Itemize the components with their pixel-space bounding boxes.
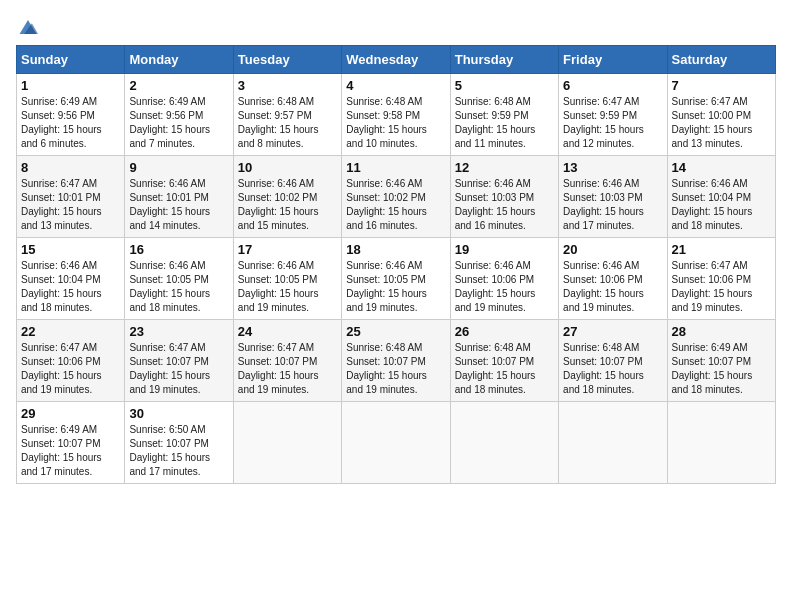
calendar-cell: 19 Sunrise: 6:46 AM Sunset: 10:06 PM Day… [450,238,558,320]
calendar-cell: 15 Sunrise: 6:46 AM Sunset: 10:04 PM Day… [17,238,125,320]
col-wednesday: Wednesday [342,46,450,74]
col-monday: Monday [125,46,233,74]
col-saturday: Saturday [667,46,775,74]
calendar-cell: 8 Sunrise: 6:47 AM Sunset: 10:01 PM Dayl… [17,156,125,238]
calendar-cell: 29 Sunrise: 6:49 AM Sunset: 10:07 PM Day… [17,402,125,484]
day-info: Sunrise: 6:49 AM Sunset: 9:56 PM Dayligh… [21,95,120,151]
day-info: Sunrise: 6:49 AM Sunset: 10:07 PM Daylig… [21,423,120,479]
calendar-row: 29 Sunrise: 6:49 AM Sunset: 10:07 PM Day… [17,402,776,484]
day-number: 10 [238,160,337,175]
day-number: 24 [238,324,337,339]
day-number: 6 [563,78,662,93]
day-number: 16 [129,242,228,257]
day-number: 20 [563,242,662,257]
day-info: Sunrise: 6:47 AM Sunset: 10:07 PM Daylig… [238,341,337,397]
calendar-cell: 3 Sunrise: 6:48 AM Sunset: 9:57 PM Dayli… [233,74,341,156]
day-info: Sunrise: 6:48 AM Sunset: 9:57 PM Dayligh… [238,95,337,151]
day-info: Sunrise: 6:46 AM Sunset: 10:02 PM Daylig… [238,177,337,233]
day-number: 14 [672,160,771,175]
calendar-row: 8 Sunrise: 6:47 AM Sunset: 10:01 PM Dayl… [17,156,776,238]
calendar-cell: 12 Sunrise: 6:46 AM Sunset: 10:03 PM Day… [450,156,558,238]
calendar-cell: 26 Sunrise: 6:48 AM Sunset: 10:07 PM Day… [450,320,558,402]
calendar-cell: 25 Sunrise: 6:48 AM Sunset: 10:07 PM Day… [342,320,450,402]
day-number: 18 [346,242,445,257]
col-friday: Friday [559,46,667,74]
day-number: 28 [672,324,771,339]
day-info: Sunrise: 6:46 AM Sunset: 10:03 PM Daylig… [563,177,662,233]
day-number: 4 [346,78,445,93]
calendar-cell: 23 Sunrise: 6:47 AM Sunset: 10:07 PM Day… [125,320,233,402]
day-info: Sunrise: 6:46 AM Sunset: 10:05 PM Daylig… [129,259,228,315]
calendar-cell: 30 Sunrise: 6:50 AM Sunset: 10:07 PM Day… [125,402,233,484]
day-number: 9 [129,160,228,175]
day-number: 27 [563,324,662,339]
day-number: 29 [21,406,120,421]
calendar-cell [450,402,558,484]
calendar-cell: 10 Sunrise: 6:46 AM Sunset: 10:02 PM Day… [233,156,341,238]
calendar-cell: 11 Sunrise: 6:46 AM Sunset: 10:02 PM Day… [342,156,450,238]
day-number: 19 [455,242,554,257]
day-info: Sunrise: 6:46 AM Sunset: 10:04 PM Daylig… [21,259,120,315]
day-info: Sunrise: 6:50 AM Sunset: 10:07 PM Daylig… [129,423,228,479]
logo-icon [16,17,40,37]
calendar-cell: 14 Sunrise: 6:46 AM Sunset: 10:04 PM Day… [667,156,775,238]
day-info: Sunrise: 6:47 AM Sunset: 10:07 PM Daylig… [129,341,228,397]
day-info: Sunrise: 6:46 AM Sunset: 10:05 PM Daylig… [238,259,337,315]
day-info: Sunrise: 6:47 AM Sunset: 10:06 PM Daylig… [21,341,120,397]
calendar-header-row: Sunday Monday Tuesday Wednesday Thursday… [17,46,776,74]
calendar-cell: 20 Sunrise: 6:46 AM Sunset: 10:06 PM Day… [559,238,667,320]
day-number: 7 [672,78,771,93]
day-info: Sunrise: 6:48 AM Sunset: 10:07 PM Daylig… [563,341,662,397]
day-number: 3 [238,78,337,93]
calendar-cell: 28 Sunrise: 6:49 AM Sunset: 10:07 PM Day… [667,320,775,402]
day-number: 23 [129,324,228,339]
calendar-row: 22 Sunrise: 6:47 AM Sunset: 10:06 PM Day… [17,320,776,402]
calendar-cell: 4 Sunrise: 6:48 AM Sunset: 9:58 PM Dayli… [342,74,450,156]
col-tuesday: Tuesday [233,46,341,74]
day-info: Sunrise: 6:46 AM Sunset: 10:06 PM Daylig… [455,259,554,315]
calendar-cell: 5 Sunrise: 6:48 AM Sunset: 9:59 PM Dayli… [450,74,558,156]
day-info: Sunrise: 6:47 AM Sunset: 10:01 PM Daylig… [21,177,120,233]
calendar-cell: 21 Sunrise: 6:47 AM Sunset: 10:06 PM Day… [667,238,775,320]
calendar-cell: 9 Sunrise: 6:46 AM Sunset: 10:01 PM Dayl… [125,156,233,238]
calendar-cell: 22 Sunrise: 6:47 AM Sunset: 10:06 PM Day… [17,320,125,402]
day-info: Sunrise: 6:46 AM Sunset: 10:04 PM Daylig… [672,177,771,233]
day-info: Sunrise: 6:48 AM Sunset: 9:59 PM Dayligh… [455,95,554,151]
calendar-cell [559,402,667,484]
day-info: Sunrise: 6:47 AM Sunset: 9:59 PM Dayligh… [563,95,662,151]
logo [16,16,44,37]
col-thursday: Thursday [450,46,558,74]
calendar-row: 15 Sunrise: 6:46 AM Sunset: 10:04 PM Day… [17,238,776,320]
calendar-cell: 27 Sunrise: 6:48 AM Sunset: 10:07 PM Day… [559,320,667,402]
day-info: Sunrise: 6:46 AM Sunset: 10:02 PM Daylig… [346,177,445,233]
day-number: 26 [455,324,554,339]
calendar-cell: 13 Sunrise: 6:46 AM Sunset: 10:03 PM Day… [559,156,667,238]
calendar-cell: 2 Sunrise: 6:49 AM Sunset: 9:56 PM Dayli… [125,74,233,156]
calendar-cell: 18 Sunrise: 6:46 AM Sunset: 10:05 PM Day… [342,238,450,320]
day-info: Sunrise: 6:46 AM Sunset: 10:03 PM Daylig… [455,177,554,233]
calendar-row: 1 Sunrise: 6:49 AM Sunset: 9:56 PM Dayli… [17,74,776,156]
calendar-cell: 1 Sunrise: 6:49 AM Sunset: 9:56 PM Dayli… [17,74,125,156]
day-number: 13 [563,160,662,175]
calendar-cell [233,402,341,484]
day-info: Sunrise: 6:46 AM Sunset: 10:06 PM Daylig… [563,259,662,315]
day-info: Sunrise: 6:49 AM Sunset: 9:56 PM Dayligh… [129,95,228,151]
day-info: Sunrise: 6:47 AM Sunset: 10:00 PM Daylig… [672,95,771,151]
calendar-cell: 6 Sunrise: 6:47 AM Sunset: 9:59 PM Dayli… [559,74,667,156]
col-sunday: Sunday [17,46,125,74]
calendar-table: Sunday Monday Tuesday Wednesday Thursday… [16,45,776,484]
calendar-cell: 16 Sunrise: 6:46 AM Sunset: 10:05 PM Day… [125,238,233,320]
day-number: 22 [21,324,120,339]
day-number: 30 [129,406,228,421]
day-number: 5 [455,78,554,93]
day-info: Sunrise: 6:48 AM Sunset: 10:07 PM Daylig… [346,341,445,397]
calendar-cell: 24 Sunrise: 6:47 AM Sunset: 10:07 PM Day… [233,320,341,402]
calendar-cell [667,402,775,484]
calendar-cell [342,402,450,484]
day-info: Sunrise: 6:48 AM Sunset: 10:07 PM Daylig… [455,341,554,397]
day-number: 21 [672,242,771,257]
day-info: Sunrise: 6:48 AM Sunset: 9:58 PM Dayligh… [346,95,445,151]
calendar-cell: 17 Sunrise: 6:46 AM Sunset: 10:05 PM Day… [233,238,341,320]
page-header [16,16,776,37]
day-info: Sunrise: 6:47 AM Sunset: 10:06 PM Daylig… [672,259,771,315]
